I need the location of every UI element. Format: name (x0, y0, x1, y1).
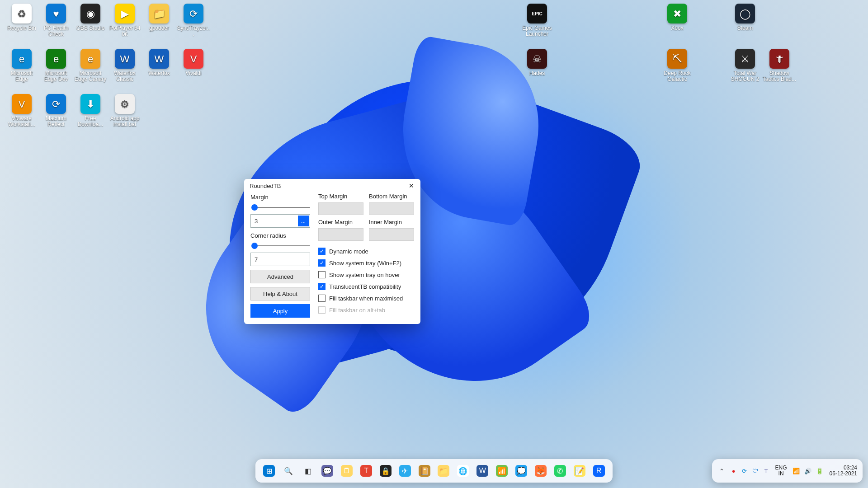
clock[interactable]: 03:24 06-12-2021 (830, 465, 857, 477)
desktop-icon-label: Epic Games Launcher (520, 25, 554, 37)
desktop-icon-microsoft-edge-dev[interactable]: eMicrosoft Edge Dev (39, 49, 73, 82)
margin-value: 3 (255, 218, 258, 225)
margin-slider[interactable] (250, 203, 310, 211)
tray-defender[interactable]: 🛡 (751, 466, 760, 475)
show-systray-checkbox[interactable]: ✓ (318, 259, 326, 267)
sticky-icon[interactable]: 📝 (571, 462, 588, 480)
bottom-margin-input[interactable] (369, 202, 414, 215)
search-button[interactable]: 🔍 (280, 462, 297, 480)
fill-maximised-label: Fill taskbar when maximised (329, 295, 403, 302)
explorer-icon: 📁 (438, 465, 449, 477)
help-about-button[interactable]: Help & About (250, 287, 310, 300)
close-button[interactable]: ✕ (405, 181, 418, 191)
margin-more-button[interactable]: ... (298, 216, 309, 226)
tray-sync[interactable]: ⟳ (740, 466, 749, 475)
desktop-icon-waterfox[interactable]: WWaterfox (142, 49, 176, 76)
desktop-icon-potplayer-64-bit[interactable]: ▶PotPlayer 64 bit (108, 4, 142, 37)
desktop-icon-microsoft-edge[interactable]: eMicrosoft Edge (5, 49, 39, 82)
app-icon: ◯ (735, 4, 755, 23)
start-button[interactable]: ⊞ (261, 462, 278, 480)
tray-red-dot[interactable]: ● (729, 466, 738, 475)
top-margin-input[interactable] (318, 202, 363, 215)
desktop-icon-label: Macrium Reflect (39, 116, 73, 127)
desktop-icon-label: Android app install.bat (108, 116, 142, 127)
fill-maximised-row[interactable]: Fill taskbar when maximised (318, 292, 414, 304)
dynamic-mode-row[interactable]: ✓ Dynamic mode (318, 245, 414, 257)
outer-margin-input[interactable] (318, 228, 363, 241)
dialog-titlebar[interactable]: RoundedTB ✕ (244, 179, 420, 192)
fill-maximised-checkbox[interactable] (318, 295, 326, 302)
desktop-icon-epic-games-launcher[interactable]: EPICEpic Games Launcher (520, 4, 554, 37)
desktop-icon-shadow-tactics-blad[interactable]: 🗡Shadow Tactics Blad... (762, 49, 797, 82)
translucenttb-row[interactable]: ✓ TranslucentTB compatibility (318, 281, 414, 292)
roundedtb-icon[interactable]: R (590, 462, 607, 480)
corner-radius-input[interactable]: 7 (250, 253, 310, 266)
desktop-icon-xbox[interactable]: ✖Xbox (660, 4, 694, 31)
desktop-icon-synctrayzor[interactable]: ⟳SyncTrayzor... (176, 4, 211, 37)
desktop-icon-total-war-shogun-2[interactable]: ⚔Total War SHOGUN 2 (728, 49, 762, 82)
desktop-icon-waterfox-classic[interactable]: WWaterfox Classic (108, 49, 142, 82)
apply-button[interactable]: Apply (250, 304, 310, 318)
language-switcher[interactable]: ENG IN (775, 465, 787, 477)
desktop-icon-label: gpodder (142, 25, 176, 31)
app-icon: V (184, 49, 203, 69)
teams-icon: 💬 (321, 465, 333, 477)
telegram-icon[interactable]: ✈ (396, 462, 413, 480)
corner-radius-slider-thumb[interactable] (251, 243, 258, 249)
rss-icon[interactable]: 📶 (494, 462, 510, 480)
show-systray-hover-row[interactable]: Show system tray on hover (318, 269, 414, 281)
dynamic-mode-checkbox[interactable]: ✓ (318, 248, 326, 255)
desktop-icon-free-downloa[interactable]: ⬇Free Downloa... (73, 94, 108, 127)
battery-icon[interactable]: 🔋 (815, 466, 824, 475)
desktop-icon-vivaldi[interactable]: VVivaldi (176, 49, 211, 76)
todoist-icon: T (360, 465, 372, 477)
word-icon[interactable]: W (474, 462, 491, 480)
teams-icon[interactable]: 💬 (319, 462, 336, 480)
show-systray-row[interactable]: ✓ Show system tray (Win+F2) (318, 257, 414, 269)
chrome-icon[interactable]: 🌐 (455, 462, 472, 480)
roundedtb-dialog: RoundedTB ✕ Margin 3 ... Corner radius (244, 179, 420, 324)
note-icon[interactable]: 📔 (416, 462, 433, 480)
wifi-icon[interactable]: 📶 (792, 466, 801, 475)
outer-margin-label: Outer Margin (318, 219, 363, 225)
translucenttb-checkbox[interactable]: ✓ (318, 283, 326, 290)
inner-margin-input[interactable] (369, 228, 414, 241)
explorer-icon[interactable]: 📁 (435, 462, 452, 480)
app-icon: ☠ (527, 49, 547, 69)
desktop-icon-macrium-reflect[interactable]: ⟳Macrium Reflect (39, 94, 73, 127)
tray-teams[interactable]: T (762, 466, 771, 475)
volume-icon[interactable]: 🔊 (803, 466, 812, 475)
corner-radius-slider[interactable] (250, 242, 310, 250)
notepad-icon[interactable]: 🗒 (339, 462, 355, 480)
desktop-icon-vmware-workstati[interactable]: VVMware Workstati... (5, 94, 39, 127)
firefox-icon[interactable]: 🦊 (532, 462, 549, 480)
fill-alttab-row: Fill taskbar on alt+tab (318, 304, 414, 316)
margin-input[interactable]: 3 ... (250, 214, 310, 228)
vpn-icon[interactable]: 🔒 (377, 462, 394, 480)
desktop-icon-hades[interactable]: ☠Hades (520, 49, 554, 76)
app-icon: W (115, 49, 135, 69)
desktop-icon-label: Shadow Tactics Blad... (762, 70, 797, 82)
desktop-icon-steam[interactable]: ◯Steam (728, 4, 762, 31)
desktop-icon-label: OBS Studio (73, 25, 108, 31)
desktop-icon-pc-health-check[interactable]: ♥PC Health Check (39, 4, 73, 37)
show-systray-hover-checkbox[interactable] (318, 271, 326, 278)
margin-slider-thumb[interactable] (251, 204, 258, 211)
desktop-icon-deep-rock-galactic[interactable]: ⛏Deep Rock Galactic (660, 49, 694, 82)
desktop-icon-microsoft-edge-canary[interactable]: eMicrosoft Edge Canary (73, 49, 108, 82)
desktop-icon-obs-studio[interactable]: ◉OBS Studio (73, 4, 108, 31)
desktop-icon-recycle-bin[interactable]: ♻Recycle Bin (5, 4, 39, 31)
close-icon: ✕ (409, 182, 414, 189)
browser-icon[interactable]: 💭 (513, 462, 530, 480)
whatsapp-icon[interactable]: ✆ (552, 462, 568, 480)
note-icon: 📔 (419, 465, 430, 477)
desktop-icon-android-app-install-bat[interactable]: ⚙Android app install.bat (108, 94, 142, 127)
more-icon: ... (301, 218, 306, 224)
advanced-button[interactable]: Advanced (250, 270, 310, 283)
desktop-icon-gpodder[interactable]: 📁gpodder (142, 4, 176, 31)
taskview-button[interactable]: ◧ (300, 462, 316, 480)
app-icon: ⛏ (667, 49, 687, 69)
todoist-icon[interactable]: T (358, 462, 374, 480)
tray-chevron-up-icon[interactable]: ⌃ (717, 466, 726, 475)
fill-alttab-label: Fill taskbar on alt+tab (329, 307, 385, 314)
